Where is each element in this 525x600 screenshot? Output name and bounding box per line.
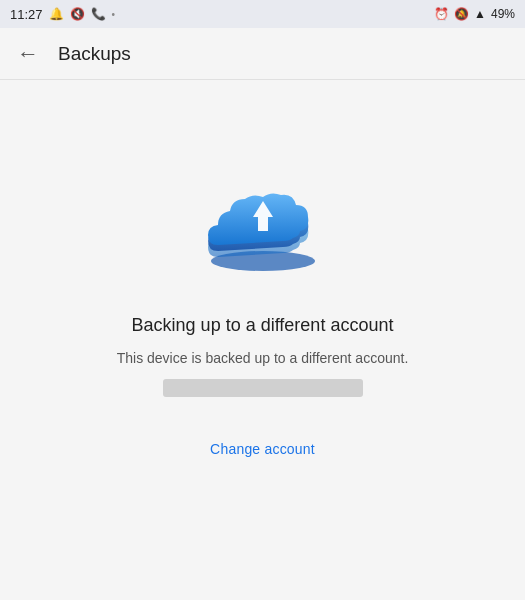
- status-bar: 11:27 🔔 🔇 📞 • ⏰ 🔕 ▲ 49%: [0, 0, 525, 28]
- battery-text: 49%: [491, 7, 515, 21]
- text-section: Backing up to a different account This d…: [117, 315, 409, 417]
- page-title: Backups: [58, 43, 131, 65]
- volume-icon: 🔕: [454, 7, 469, 21]
- blurred-account-text: [163, 379, 363, 397]
- status-time: 11:27: [10, 7, 43, 22]
- status-left: 11:27 🔔 🔇 📞 •: [10, 7, 115, 22]
- wifi-icon: ▲: [474, 7, 486, 21]
- app-bar: ← Backups: [0, 28, 525, 80]
- cloud-upload-icon: [198, 179, 328, 283]
- dot-icon: •: [112, 9, 116, 20]
- main-heading: Backing up to a different account: [117, 315, 409, 336]
- alarm-icon: 🔔: [49, 7, 64, 21]
- change-account-button[interactable]: Change account: [202, 437, 323, 461]
- main-content: Backing up to a different account This d…: [0, 80, 525, 600]
- sub-text: This device is backed up to a different …: [117, 348, 409, 369]
- status-right: ⏰ 🔕 ▲ 49%: [434, 7, 515, 21]
- back-arrow-icon: ←: [17, 43, 39, 65]
- mute-icon: 🔇: [70, 7, 85, 21]
- phone-icon: 📞: [91, 7, 106, 21]
- back-button[interactable]: ←: [14, 40, 42, 68]
- alarm-status-icon: ⏰: [434, 7, 449, 21]
